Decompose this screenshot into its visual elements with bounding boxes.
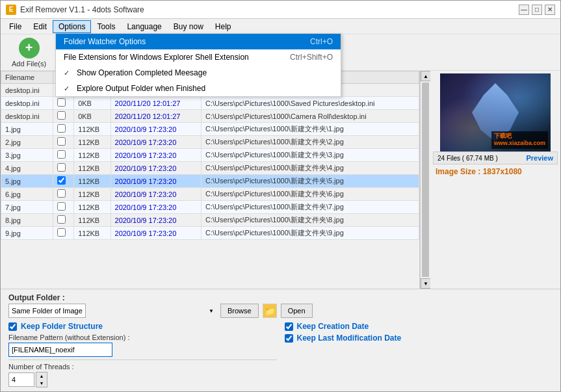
- filename-pattern-input[interactable]: [8, 343, 112, 357]
- add-files-button[interactable]: + Add File(s): [6, 34, 52, 71]
- threads-input[interactable]: [8, 372, 34, 387]
- row-checkbox[interactable]: [57, 150, 66, 159]
- output-folder-label: Output Folder :: [8, 293, 553, 302]
- menu-language[interactable]: Language: [121, 20, 167, 33]
- show-operation-check: ✓: [64, 69, 73, 77]
- menu-bar: File Edit Options Tools Language Buy now…: [1, 19, 560, 34]
- row-checkbox[interactable]: [57, 163, 66, 172]
- row-checkbox[interactable]: [57, 111, 66, 120]
- window-controls: — □ ✕: [519, 5, 555, 15]
- menu-file[interactable]: File: [3, 20, 27, 33]
- keep-creation-date-checkbox[interactable]: [285, 322, 293, 331]
- close-button[interactable]: ✕: [545, 5, 555, 15]
- folder-watcher-shortcut: Ctrl+O: [310, 37, 333, 46]
- col-header-filename: Filename: [1, 72, 53, 84]
- file-table-wrapper[interactable]: Filename Size Date Modified Path desktop…: [1, 71, 420, 289]
- row-checkbox[interactable]: [57, 228, 66, 237]
- right-col: Keep Creation Date Keep Last Modificatio…: [285, 322, 553, 387]
- dropdown-item-folder-watcher[interactable]: Folder Watcher Options Ctrl+O: [56, 34, 341, 49]
- filename-pattern-label: Filename Pattern (without Extension) :: [8, 333, 277, 341]
- row-checkbox[interactable]: [57, 202, 66, 211]
- folder-row: Same Folder of Image Browse 📁 Open: [8, 304, 553, 318]
- table-row[interactable]: 4.jpg112KB2020/10/9 17:23:20C:\Users\pc\…: [1, 162, 419, 175]
- table-row[interactable]: 7.jpg112KB2020/10/9 17:23:20C:\Users\pc\…: [1, 201, 419, 214]
- app-window: E Exif Remover V1.1 - 4dots Software — □…: [0, 0, 561, 392]
- left-col: Keep Folder Structure Filename Pattern (…: [8, 322, 277, 387]
- menu-tools[interactable]: Tools: [91, 20, 121, 33]
- scroll-thumb[interactable]: [422, 83, 429, 277]
- row-checkbox[interactable]: [57, 137, 66, 146]
- bottom-controls: Output Folder : Same Folder of Image Bro…: [1, 289, 560, 391]
- table-row[interactable]: 2.jpg112KB2020/10/9 17:23:20C:\Users\pc\…: [1, 136, 419, 149]
- watermark: 下载吧www.xiazaiba.com: [491, 131, 548, 149]
- browse-button[interactable]: Browse: [220, 304, 259, 318]
- folder-select-wrapper: Same Folder of Image: [8, 304, 216, 318]
- keep-modification-date-checkbox[interactable]: [285, 334, 293, 343]
- row-checkbox[interactable]: [57, 124, 66, 133]
- row-checkbox[interactable]: [57, 189, 66, 198]
- folder-watcher-label: Folder Watcher Options: [64, 37, 146, 46]
- output-folder-select[interactable]: Same Folder of Image: [8, 304, 86, 318]
- menu-options[interactable]: Options: [53, 20, 91, 33]
- app-icon: E: [6, 5, 16, 15]
- table-row[interactable]: 8.jpg112KB2020/10/9 17:23:20C:\Users\pc\…: [1, 214, 419, 227]
- vertical-scrollbar[interactable]: ▲ ▼: [420, 71, 430, 289]
- file-list-container: Filename Size Date Modified Path desktop…: [1, 71, 560, 289]
- preview-panel: 下载吧www.xiazaiba.com 24 Files ( 67.74 MB …: [430, 71, 560, 289]
- menu-edit[interactable]: Edit: [27, 20, 53, 33]
- file-extensions-label: File Extensions for Windows Explorer She…: [64, 53, 249, 62]
- add-icon: +: [19, 38, 40, 59]
- num-threads-label: Number of Threads :: [8, 363, 277, 371]
- explore-output-label: Explore Output Folder when Finished: [77, 84, 205, 93]
- table-row[interactable]: desktop.ini0KB2020/11/20 12:01:27C:\User…: [1, 110, 419, 123]
- window-title: Exif Remover V1.1 - 4dots Software: [20, 5, 144, 14]
- image-size-text: Image Size : 1837x1080: [433, 164, 558, 179]
- keep-modification-date-label: Keep Last Modification Date: [297, 333, 402, 343]
- keep-folder-structure-row: Keep Folder Structure: [8, 322, 277, 331]
- table-row[interactable]: 6.jpg112KB2020/10/9 17:23:20C:\Users\pc\…: [1, 188, 419, 201]
- minimize-button[interactable]: —: [519, 5, 529, 15]
- menu-buynow[interactable]: Buy now: [168, 20, 209, 33]
- spinner-down[interactable]: ▼: [36, 380, 47, 387]
- title-bar-left: E Exif Remover V1.1 - 4dots Software: [6, 5, 144, 15]
- maximize-button[interactable]: □: [532, 5, 542, 15]
- options-dropdown: Folder Watcher Options Ctrl+O File Exten…: [55, 33, 341, 97]
- file-extensions-shortcut: Ctrl+Shift+O: [290, 53, 333, 62]
- keep-creation-date-label: Keep Creation Date: [297, 322, 369, 331]
- folder-icon[interactable]: 📁: [263, 304, 277, 318]
- table-row[interactable]: 9.jpg112KB2020/10/9 17:23:20C:\Users\pc\…: [1, 227, 419, 240]
- threads-spinner-wrapper: ▲ ▼: [8, 372, 277, 387]
- keep-folder-label: Keep Folder Structure: [21, 322, 103, 331]
- dropdown-item-explore-output[interactable]: ✓ Explore Output Folder when Finished: [56, 81, 341, 96]
- dropdown-item-file-extensions[interactable]: File Extensions for Windows Explorer She…: [56, 49, 341, 65]
- preview-count-bar: 24 Files ( 67.74 MB ) Preview: [433, 151, 558, 164]
- scroll-up-arrow[interactable]: ▲: [421, 71, 431, 81]
- spinner-up[interactable]: ▲: [36, 372, 47, 380]
- show-operation-label: Show Operation Completed Meesage: [77, 68, 207, 77]
- scroll-down-arrow[interactable]: ▼: [421, 278, 431, 289]
- row-checkbox[interactable]: [57, 215, 66, 224]
- table-row[interactable]: 1.jpg112KB2020/10/9 17:23:20C:\Users\pc\…: [1, 123, 419, 136]
- row-checkbox[interactable]: [57, 176, 66, 185]
- preview-label: Preview: [526, 154, 553, 162]
- keep-creation-date-row: Keep Creation Date: [285, 322, 553, 331]
- table-row[interactable]: 3.jpg112KB2020/10/9 17:23:20C:\Users\pc\…: [1, 149, 419, 162]
- open-button[interactable]: Open: [281, 304, 313, 318]
- keep-modification-date-row: Keep Last Modification Date: [285, 333, 553, 343]
- keep-folder-checkbox[interactable]: [8, 322, 17, 331]
- explore-output-check: ✓: [64, 85, 73, 93]
- title-bar: E Exif Remover V1.1 - 4dots Software — □…: [1, 1, 560, 19]
- two-cols: Keep Folder Structure Filename Pattern (…: [8, 322, 553, 387]
- add-files-label: Add File(s): [12, 60, 46, 68]
- preview-image: 下载吧www.xiazaiba.com: [440, 73, 551, 151]
- menu-help[interactable]: Help: [209, 20, 237, 33]
- table-row[interactable]: 5.jpg112KB2020/10/9 17:23:20C:\Users\pc\…: [1, 175, 419, 188]
- table-row[interactable]: desktop.ini0KB2020/11/20 12:01:27C:\User…: [1, 97, 419, 110]
- spinner-arrows: ▲ ▼: [36, 372, 47, 387]
- file-count-text: 24 Files ( 67.74 MB ): [437, 155, 498, 162]
- dropdown-item-show-operation[interactable]: ✓ Show Operation Completed Meesage: [56, 65, 341, 81]
- row-checkbox[interactable]: [57, 98, 66, 107]
